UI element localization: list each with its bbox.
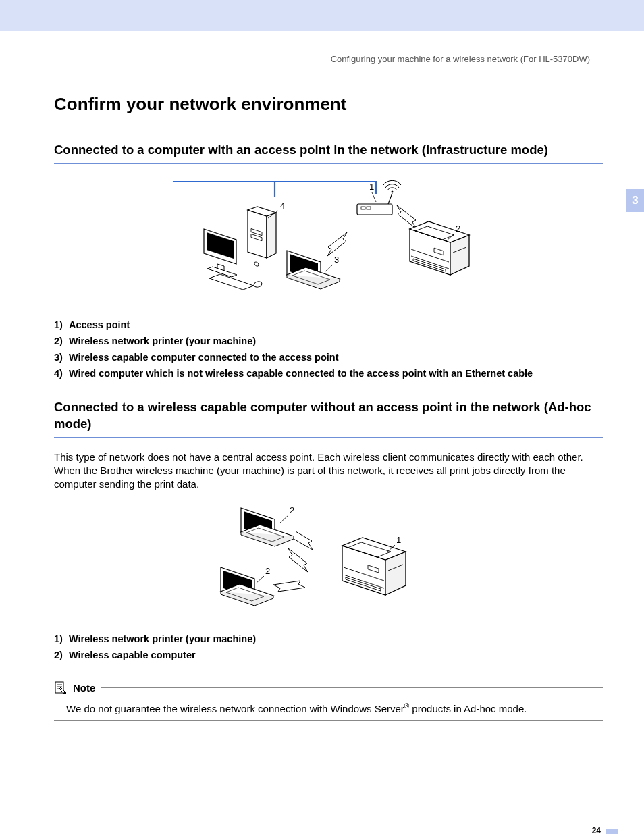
section1-legend: 1)Access point 2)Wireless network printe… [54, 319, 603, 379]
page-title: Confirm your network environment [54, 94, 603, 115]
section2-body: This type of network does not have a cen… [54, 450, 603, 492]
header-band [0, 0, 644, 31]
section2-legend: 1)Wireless network printer (your machine… [54, 633, 603, 660]
figure-infrastructure: 1 4 [173, 176, 484, 305]
section2-heading: Connected to a wireless capable computer… [54, 399, 603, 433]
list-item: 3)Wireless capable computer connected to… [54, 352, 603, 363]
note-rule-bottom [54, 720, 603, 721]
callout-1b: 1 [396, 535, 401, 545]
note-label: Note [73, 682, 95, 694]
list-item: 2)Wireless capable computer [54, 650, 603, 660]
note-rule-top [101, 687, 603, 688]
callout-2b: 2 [265, 566, 270, 576]
page-number: 24 [592, 826, 601, 834]
section1-rule [54, 163, 603, 164]
svg-line-15 [256, 576, 264, 583]
note-block: Note We do not guarantee the wireless ne… [54, 681, 603, 721]
running-header: Configuring your machine for a wireless … [54, 54, 603, 64]
page-content: Configuring your machine for a wireless … [0, 54, 644, 721]
list-item: 1)Access point [54, 319, 603, 330]
svg-line-1 [388, 193, 392, 204]
svg-point-2 [392, 190, 394, 192]
callout-4: 4 [280, 201, 285, 211]
list-item: 1)Wireless network printer (your machine… [54, 633, 603, 644]
section1-heading: Connected to a computer with an access p… [54, 142, 603, 159]
callout-2a: 2 [290, 505, 294, 515]
svg-line-14 [280, 515, 288, 523]
page-corner [606, 829, 618, 834]
callout-2: 2 [456, 224, 460, 234]
svg-line-11 [325, 265, 333, 272]
svg-point-9 [253, 281, 263, 288]
callout-1: 1 [369, 182, 374, 192]
note-body: We do not guarantee the wireless network… [66, 702, 603, 714]
note-icon [54, 681, 68, 696]
section2-rule [54, 437, 603, 438]
list-item: 4)Wired computer which is not wireless c… [54, 368, 603, 379]
callout-3: 3 [334, 255, 339, 265]
svg-point-8 [254, 261, 259, 267]
figure-adhoc: 2 2 [207, 504, 450, 619]
list-item: 2)Wireless network printer (your machine… [54, 336, 603, 346]
